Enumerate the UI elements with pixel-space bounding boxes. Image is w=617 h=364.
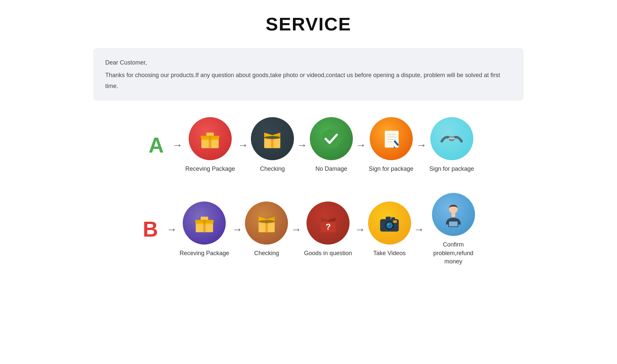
step-label: Goods in question [304, 249, 352, 257]
no-damage-icon [310, 117, 353, 160]
arrow-icon: → [355, 223, 365, 236]
flow-a-step-3: No Damage [310, 117, 353, 173]
svg-rect-36 [391, 217, 395, 220]
flow-a-step-1: Receving Package [185, 117, 235, 173]
flow-b-step-2: Checking [245, 202, 288, 257]
flow-b-step-1: Receving Package [179, 202, 229, 257]
svg-point-8 [264, 136, 281, 139]
receiving-package-icon-a [189, 117, 232, 160]
page-title: SERVICE [266, 13, 352, 35]
svg-rect-38 [451, 213, 455, 217]
checking-icon-a [251, 117, 294, 160]
handshake-icon [430, 117, 473, 160]
arrow-icon: → [238, 139, 248, 151]
step-label: No Damage [315, 165, 347, 173]
flow-a-step-2: Checking [251, 117, 294, 173]
sign-package-icon-1 [370, 117, 413, 160]
flow-a-step-5: Sign for package [429, 117, 474, 173]
flow-a-step-4: Sign for package [369, 117, 413, 173]
flow-a: A → Receving Package → [77, 117, 540, 173]
svg-point-9 [321, 129, 341, 149]
arrow-icon: → [356, 139, 366, 151]
arrow-icon: → [166, 223, 177, 236]
svg-rect-34 [386, 217, 391, 220]
info-box: Dear Customer, Thanks for choosing our p… [93, 48, 524, 101]
arrow-icon: → [416, 139, 427, 151]
svg-rect-5 [202, 137, 219, 139]
step-label: Sign for package [369, 165, 413, 173]
flow-b-step-3: ? Goods in question [304, 202, 352, 257]
flow-a-label: A [143, 133, 169, 158]
arrow-icon: → [291, 223, 301, 236]
flow-b: B → Receving Package → [77, 193, 540, 266]
step-label: Receving Package [179, 249, 229, 257]
checking-icon-b [245, 202, 288, 245]
step-label: Sign for package [429, 165, 474, 173]
confirm-person-icon [432, 193, 475, 236]
svg-rect-25 [265, 222, 268, 232]
svg-point-26 [259, 220, 275, 223]
svg-point-32 [387, 223, 392, 227]
arrow-icon: → [232, 223, 242, 236]
receiving-package-icon-b [183, 202, 226, 245]
svg-rect-35 [393, 220, 397, 223]
step-label: Take Videos [373, 249, 406, 257]
svg-rect-40 [449, 221, 457, 226]
arrow-icon: → [172, 139, 183, 151]
svg-rect-23 [203, 220, 206, 232]
step-label: Checking [254, 249, 279, 257]
flow-b-label: B [137, 217, 164, 242]
flow-b-step-5: Confirm problem,refund money [427, 193, 480, 266]
arrow-icon: → [414, 223, 424, 236]
goods-question-icon: ? [307, 202, 350, 245]
flow-b-step-4: Take Videos [368, 202, 411, 257]
info-greeting: Dear Customer, [105, 57, 512, 68]
step-label: Checking [260, 165, 285, 173]
arrow-icon: → [297, 139, 307, 151]
info-message: Thanks for choosing our products.If any … [105, 70, 512, 91]
step-label: Receving Package [185, 165, 235, 173]
svg-rect-7 [271, 137, 274, 148]
step-label: Confirm problem,refund money [427, 241, 480, 266]
svg-point-33 [388, 224, 389, 225]
camera-icon [368, 202, 411, 245]
svg-text:?: ? [325, 222, 331, 232]
